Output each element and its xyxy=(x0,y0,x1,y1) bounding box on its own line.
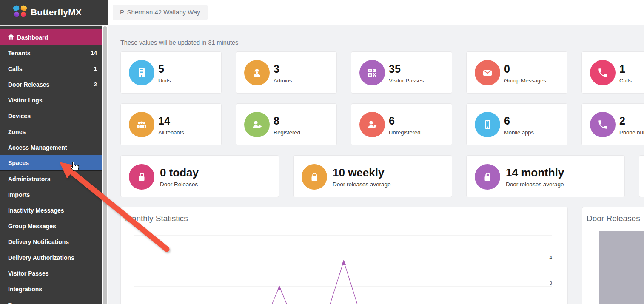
stat-card-visitor-passes: 35 Visitor Passes xyxy=(351,51,452,94)
sidebar-item-label: Inactivity Messages xyxy=(8,207,98,214)
stat-label: Door releases average xyxy=(506,181,564,188)
stat-value: 14 xyxy=(158,115,170,127)
sidebar-item-label: Delivery Notifications xyxy=(8,239,98,245)
sidebar-item-label: Tenants xyxy=(8,50,91,57)
lock-open-icon xyxy=(129,164,154,190)
door-releases-panel: Door Releases xyxy=(582,207,644,304)
stat-label: Group Messages xyxy=(504,77,546,84)
sidebar-item-label: Integrations xyxy=(8,286,98,293)
qr-code-icon xyxy=(359,60,385,85)
door-releases-bar xyxy=(599,231,644,304)
sidebar-item-label: Devices xyxy=(8,113,98,119)
admin-icon xyxy=(244,60,270,85)
sidebar-item-label: Visitor Logs xyxy=(8,97,98,104)
stat-value: 1 xyxy=(619,63,625,75)
sidebar-item-label: Zones xyxy=(8,128,98,135)
panel-title: Door Releases xyxy=(587,207,640,229)
sidebar-item-label: Door Releases xyxy=(8,81,94,88)
lock-open-icon xyxy=(302,164,327,190)
sidebar-item-visitor-logs[interactable]: Visitor Logs xyxy=(0,92,102,108)
property-selector[interactable]: P. Sherman 42 Wallaby Way xyxy=(113,5,208,20)
stat-card-units: 5 Units xyxy=(120,51,222,94)
stat-value: 5 xyxy=(158,63,164,75)
stat-value: 14 monthly xyxy=(506,166,564,179)
stat-card-mobile-apps: 6 Mobile apps xyxy=(466,103,567,145)
sidebar-item-devices[interactable]: Devices xyxy=(0,108,102,124)
stat-label: Admins xyxy=(274,77,292,84)
sidebar-item-visitor-passes[interactable]: Visitor Passes xyxy=(0,265,102,281)
stat-value: 6 xyxy=(389,115,395,127)
people-group-icon xyxy=(129,112,154,137)
stat-value: 2 xyxy=(619,115,625,127)
stat-card-phone-numbers: 2 Phone numbers xyxy=(581,103,644,145)
stat-label: Mobile apps xyxy=(504,129,534,136)
scrollbar-thumb[interactable] xyxy=(103,26,107,304)
sidebar-item-tenants[interactable]: Tenants 14 xyxy=(0,45,102,61)
stat-card-admins: 3 Admins xyxy=(236,51,337,94)
sidebar-item-tours[interactable]: Tours xyxy=(0,297,102,304)
svg-text:4: 4 xyxy=(550,255,553,260)
brand-name: ButterflyMX xyxy=(31,7,82,17)
sidebar-item-imports[interactable]: Imports xyxy=(0,187,102,202)
door-releases-extra-card xyxy=(639,155,644,197)
stat-card-calls: 1 Calls xyxy=(581,51,644,94)
stat-value: 35 xyxy=(389,63,401,75)
person-x-icon xyxy=(359,112,385,137)
sidebar-item-delivery-authorizations[interactable]: Delivery Authorizations xyxy=(0,250,102,265)
sidebar-item-administrators[interactable]: Administrators xyxy=(0,171,102,187)
panel-title: Monthly Statistics xyxy=(125,207,188,229)
phone-icon xyxy=(590,60,616,85)
sidebar-item-access-management[interactable]: Access Management xyxy=(0,139,102,155)
sidebar-item-label: Dashboard xyxy=(17,34,98,41)
door-releases-weekly-card: 10 weekly Door releases average xyxy=(293,155,452,197)
stat-label: Units xyxy=(158,77,171,84)
phone-icon xyxy=(590,112,616,137)
stat-card-all-tenants: 14 All tenants xyxy=(120,103,222,145)
sidebar-item-label: Administrators xyxy=(8,176,98,182)
sidebar-item-label: Delivery Authorizations xyxy=(8,254,98,261)
topbar: P. Sherman 42 Wallaby Way xyxy=(108,0,644,25)
stat-card-group-messages: 0 Group Messages xyxy=(466,51,567,94)
stat-value: 3 xyxy=(274,63,279,75)
sidebar-item-delivery-notifications[interactable]: Delivery Notifications xyxy=(0,234,102,250)
mobile-icon xyxy=(475,112,500,137)
stat-value: 0 xyxy=(504,63,510,75)
stat-label: Unregistered xyxy=(389,129,420,136)
home-icon xyxy=(8,34,14,41)
sidebar-item-spaces[interactable]: Spaces xyxy=(0,155,102,171)
lock-open-icon xyxy=(475,164,500,190)
brand-logo[interactable]: ButterflyMX xyxy=(0,0,108,25)
sidebar-item-inactivity-messages[interactable]: Inactivity Messages xyxy=(0,202,102,218)
sidebar-nav: Dashboard Tenants 14 Calls 1 Door Releas… xyxy=(0,25,102,304)
sidebar-item-label: Visitor Passes xyxy=(8,270,98,277)
person-plus-icon xyxy=(244,112,270,137)
door-releases-today-card: 0 today Door Releases xyxy=(120,155,279,197)
stat-label: All tenants xyxy=(158,129,184,136)
butterfly-icon xyxy=(13,5,27,20)
sidebar-scrollbar[interactable] xyxy=(102,25,108,304)
door-releases-monthly-card: 14 monthly Door releases average xyxy=(466,155,625,197)
sidebar-item-label: Access Management xyxy=(8,144,98,151)
stat-value: 8 xyxy=(274,115,279,127)
sidebar-item-label: Calls xyxy=(8,65,94,72)
panel-header: Monthly Statistics xyxy=(121,207,567,229)
update-notice: These values will be updated in 31 minut… xyxy=(120,39,238,46)
sidebar: ButterflyMX Dashboard Tenants 14 Calls 1… xyxy=(0,0,108,304)
sidebar-item-door-releases[interactable]: Door Releases 2 xyxy=(0,77,102,92)
stat-value: 10 weekly xyxy=(333,166,384,179)
sidebar-item-zones[interactable]: Zones xyxy=(0,124,102,139)
sidebar-item-integrations[interactable]: Integrations xyxy=(0,281,102,297)
sidebar-item-dashboard[interactable]: Dashboard xyxy=(0,29,102,45)
building-icon xyxy=(129,60,154,85)
count-badge: 14 xyxy=(91,50,98,56)
count-badge: 2 xyxy=(94,81,98,88)
stat-value: 6 xyxy=(504,115,510,127)
monthly-statistics-panel: Monthly Statistics 43 xyxy=(120,207,568,304)
envelope-icon xyxy=(475,60,500,85)
stat-card-unregistered: 6 Unregistered xyxy=(351,103,452,145)
sidebar-item-group-messages[interactable]: Group Messages xyxy=(0,218,102,234)
sidebar-item-calls[interactable]: Calls 1 xyxy=(0,61,102,77)
stat-label: Registered xyxy=(274,129,300,136)
stat-value: 0 today xyxy=(160,166,199,179)
panel-header: Door Releases xyxy=(582,207,644,229)
